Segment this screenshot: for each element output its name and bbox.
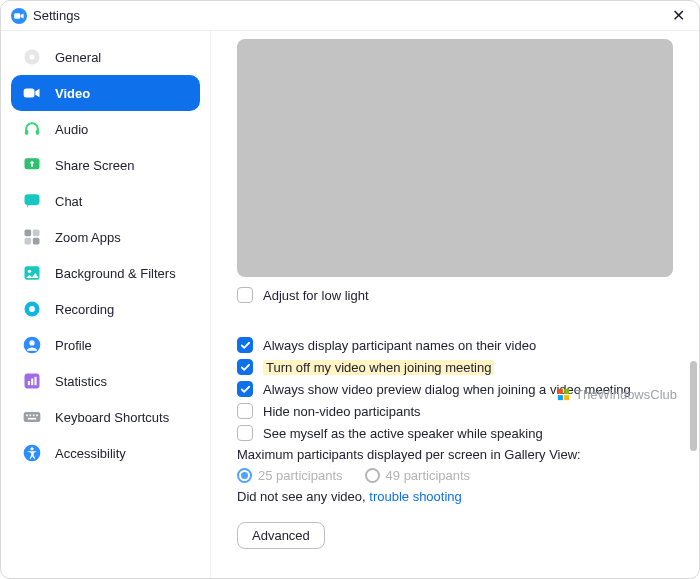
sidebar-item-label: Keyboard Shortcuts bbox=[55, 410, 169, 425]
sidebar-item-keyboard-shortcuts[interactable]: Keyboard Shortcuts bbox=[11, 399, 200, 435]
sidebar-item-chat[interactable]: Chat bbox=[11, 183, 200, 219]
window-title: Settings bbox=[33, 8, 668, 23]
sidebar-item-share-screen[interactable]: Share Screen bbox=[11, 147, 200, 183]
option-turn-off-video[interactable]: Turn off my video when joining meeting bbox=[237, 359, 673, 375]
svg-rect-23 bbox=[24, 412, 41, 422]
svg-rect-25 bbox=[30, 415, 32, 417]
sidebar-item-label: Recording bbox=[55, 302, 114, 317]
sidebar-item-label: Zoom Apps bbox=[55, 230, 121, 245]
svg-rect-4 bbox=[24, 88, 35, 97]
checkbox-unchecked-icon[interactable] bbox=[237, 287, 253, 303]
svg-rect-5 bbox=[25, 130, 28, 135]
svg-rect-11 bbox=[25, 238, 32, 245]
radio-unselected-icon bbox=[365, 468, 380, 483]
checkbox-checked-icon[interactable] bbox=[237, 337, 253, 353]
settings-sidebar: General Video Audio Share Screen Chat bbox=[1, 31, 211, 578]
sidebar-item-background-filters[interactable]: Background & Filters bbox=[11, 255, 200, 291]
checkbox-unchecked-icon[interactable] bbox=[237, 425, 253, 441]
svg-point-18 bbox=[29, 340, 34, 345]
sidebar-item-label: Profile bbox=[55, 338, 92, 353]
scrollbar-thumb[interactable] bbox=[690, 361, 697, 451]
svg-rect-24 bbox=[26, 415, 28, 417]
svg-point-14 bbox=[28, 270, 31, 273]
checkbox-checked-icon[interactable] bbox=[237, 381, 253, 397]
radio-label: 49 participants bbox=[386, 468, 471, 483]
chat-icon bbox=[21, 190, 43, 212]
gear-icon bbox=[21, 46, 43, 68]
sidebar-item-general[interactable]: General bbox=[11, 39, 200, 75]
svg-rect-22 bbox=[35, 377, 37, 385]
sidebar-item-video[interactable]: Video bbox=[11, 75, 200, 111]
svg-rect-8 bbox=[25, 194, 40, 205]
sidebar-item-recording[interactable]: Recording bbox=[11, 291, 200, 327]
share-screen-icon bbox=[21, 154, 43, 176]
watermark: TheWindowsClub bbox=[556, 387, 677, 402]
sidebar-item-accessibility[interactable]: Accessibility bbox=[11, 435, 200, 471]
troubleshoot-link[interactable]: trouble shooting bbox=[369, 489, 462, 504]
svg-point-30 bbox=[30, 447, 33, 450]
option-see-myself-active[interactable]: See myself as the active speaker while s… bbox=[237, 425, 673, 441]
sidebar-item-label: General bbox=[55, 50, 101, 65]
keyboard-icon bbox=[21, 406, 43, 428]
no-video-help: Did not see any video, trouble shooting bbox=[237, 489, 673, 504]
svg-rect-9 bbox=[25, 230, 32, 237]
profile-icon bbox=[21, 334, 43, 356]
no-video-text: Did not see any video, bbox=[237, 489, 366, 504]
svg-rect-33 bbox=[558, 395, 563, 400]
checkbox-checked-icon[interactable] bbox=[237, 359, 253, 375]
svg-point-16 bbox=[29, 306, 35, 312]
radio-selected-icon bbox=[237, 468, 252, 483]
sidebar-item-label: Chat bbox=[55, 194, 82, 209]
accessibility-icon bbox=[21, 442, 43, 464]
sidebar-item-statistics[interactable]: Statistics bbox=[11, 363, 200, 399]
svg-rect-20 bbox=[28, 381, 30, 385]
option-label: See myself as the active speaker while s… bbox=[263, 426, 543, 441]
svg-point-3 bbox=[29, 54, 34, 59]
svg-rect-1 bbox=[14, 13, 20, 19]
svg-rect-32 bbox=[564, 389, 569, 394]
recording-icon bbox=[21, 298, 43, 320]
sidebar-item-zoom-apps[interactable]: Zoom Apps bbox=[11, 219, 200, 255]
sidebar-item-label: Accessibility bbox=[55, 446, 126, 461]
app-icon bbox=[11, 8, 27, 24]
svg-rect-34 bbox=[564, 395, 569, 400]
max-participants-label: Maximum participants displayed per scree… bbox=[237, 447, 673, 462]
titlebar: Settings ✕ bbox=[1, 1, 699, 31]
sidebar-item-audio[interactable]: Audio bbox=[11, 111, 200, 147]
checkbox-unchecked-icon[interactable] bbox=[237, 403, 253, 419]
sidebar-item-label: Statistics bbox=[55, 374, 107, 389]
advanced-button[interactable]: Advanced bbox=[237, 522, 325, 549]
statistics-icon bbox=[21, 370, 43, 392]
svg-rect-6 bbox=[36, 130, 39, 135]
option-label: Adjust for low light bbox=[263, 288, 369, 303]
svg-rect-28 bbox=[28, 418, 36, 420]
sidebar-item-profile[interactable]: Profile bbox=[11, 327, 200, 363]
svg-rect-31 bbox=[558, 389, 563, 394]
video-settings-panel: Adjust for low light Always display part… bbox=[211, 31, 699, 578]
sidebar-item-label: Background & Filters bbox=[55, 266, 176, 281]
svg-rect-27 bbox=[36, 415, 38, 417]
radio-label: 25 participants bbox=[258, 468, 343, 483]
option-label: Always display participant names on thei… bbox=[263, 338, 536, 353]
sidebar-item-label: Audio bbox=[55, 122, 88, 137]
sidebar-item-label: Share Screen bbox=[55, 158, 135, 173]
radio-49-participants[interactable]: 49 participants bbox=[365, 468, 471, 483]
video-preview bbox=[237, 39, 673, 277]
option-label: Turn off my video when joining meeting bbox=[263, 360, 494, 375]
option-label: Maximum participants displayed per scree… bbox=[237, 447, 581, 462]
watermark-text: TheWindowsClub bbox=[575, 387, 677, 402]
video-icon bbox=[21, 82, 43, 104]
sidebar-item-label: Video bbox=[55, 86, 90, 101]
option-adjust-low-light[interactable]: Adjust for low light bbox=[237, 287, 673, 303]
option-always-display-names[interactable]: Always display participant names on thei… bbox=[237, 337, 673, 353]
option-label: Hide non-video participants bbox=[263, 404, 421, 419]
radio-25-participants[interactable]: 25 participants bbox=[237, 468, 343, 483]
apps-icon bbox=[21, 226, 43, 248]
svg-rect-21 bbox=[31, 379, 33, 386]
svg-rect-12 bbox=[33, 238, 40, 245]
svg-rect-10 bbox=[33, 230, 40, 237]
option-hide-non-video[interactable]: Hide non-video participants bbox=[237, 403, 673, 419]
close-button[interactable]: ✕ bbox=[668, 4, 689, 28]
background-icon bbox=[21, 262, 43, 284]
headphones-icon bbox=[21, 118, 43, 140]
